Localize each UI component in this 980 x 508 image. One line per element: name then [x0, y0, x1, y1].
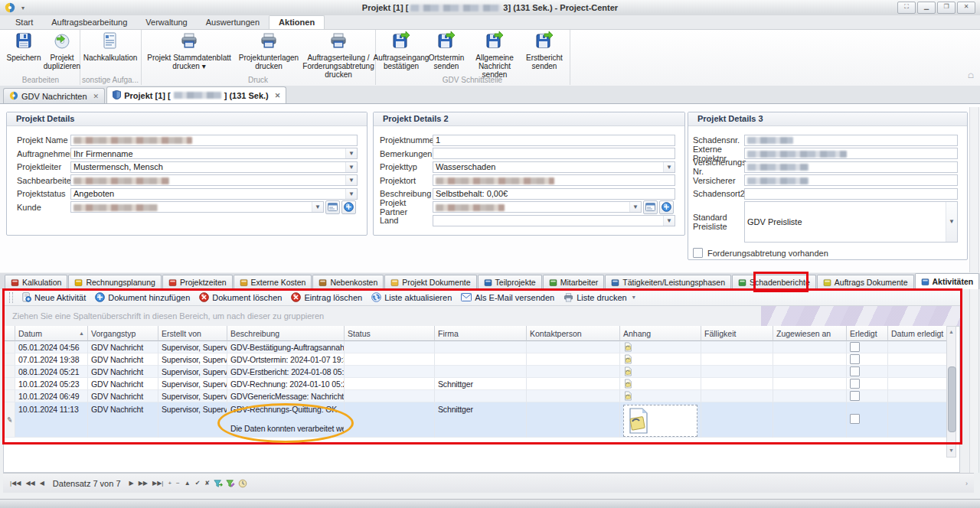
ribbon-button[interactable]: Nachkalkulation — [81, 31, 139, 76]
restore-button[interactable]: ❐ — [937, 2, 956, 14]
column-header-erledigt[interactable]: Erledigt — [847, 326, 888, 341]
chevron-down-icon[interactable]: ▼ — [946, 202, 957, 242]
add-record-button[interactable] — [659, 200, 674, 214]
toolbar-button-liste-aktualisieren[interactable]: Liste aktualisieren — [368, 291, 456, 303]
field-input-projekt-partner[interactable]: ▼ — [433, 201, 642, 213]
table-row[interactable]: 10.01.2024 06:49GDV NachrichtSupervisor,… — [5, 390, 948, 402]
bottom-tab-t-tigkeiten-leistungsphasen[interactable]: Tätigkeiten/Leistungsphasen — [605, 275, 731, 289]
ribbon-tab-verwaltung[interactable]: Verwaltung — [136, 16, 196, 29]
bottom-tab-projektzeiten[interactable]: Projektzeiten — [162, 275, 233, 289]
chevron-down-icon[interactable]: ▼ — [345, 162, 357, 172]
chevron-down-icon[interactable]: ▾ — [632, 294, 635, 301]
ribbon-tab-auftragsbearbeitung[interactable]: Auftragsbearbeitung — [42, 16, 136, 29]
add-record-button[interactable] — [341, 200, 356, 214]
nav-button[interactable]: ▶▶| — [150, 478, 165, 488]
toolbar-button-dokument-l-schen[interactable]: Dokument löschen — [195, 291, 286, 303]
column-header-zugewiesen-an[interactable]: Zugewiesen an — [773, 326, 847, 341]
grid-vertical-scrollbar[interactable]: ▲▼ — [946, 326, 956, 458]
bottom-tab-kalkulation[interactable]: Kalkulation — [5, 275, 67, 289]
chevron-down-icon[interactable]: ▼ — [663, 162, 675, 172]
ribbon-button[interactable]: Speichern — [5, 31, 43, 76]
column-header-firma[interactable]: Firma — [435, 326, 527, 341]
history-icon[interactable] — [238, 479, 247, 488]
erledigt-checkbox[interactable] — [850, 379, 860, 389]
field-input-versicherer[interactable] — [744, 174, 958, 186]
field-input-kunde[interactable]: ▼ — [70, 201, 324, 213]
table-row[interactable]: 08.01.2024 05:21GDV NachrichtSupervisor,… — [5, 366, 948, 378]
nav-button[interactable]: ✘ — [202, 478, 212, 488]
minimize-button[interactable]: ▁ — [917, 2, 936, 14]
nav-scroll-right-icon[interactable]: › — [965, 480, 968, 487]
table-row[interactable]: 10.01.2024 05:23GDV NachrichtSupervisor,… — [5, 378, 948, 390]
ribbon-button[interactable]: Ortstermin senden — [426, 31, 467, 76]
column-header-kontaktperson[interactable]: Kontaktperson — [527, 326, 620, 341]
column-header-vorgangstyp[interactable]: Vorgangstyp — [88, 326, 158, 341]
group-by-area[interactable]: Ziehen Sie eine Spaltenüberschrift in di… — [3, 306, 960, 327]
fullscreen-button[interactable]: ⛶ — [897, 2, 916, 14]
filter-icon[interactable] — [214, 479, 223, 488]
chevron-down-icon[interactable]: ▼ — [629, 202, 641, 212]
field-input-beschreibung[interactable]: Selbstbehalt: 0,00€ — [433, 188, 675, 200]
forderungsabtretung-checkbox[interactable] — [693, 248, 703, 258]
scroll-down-icon[interactable]: ▼ — [949, 448, 954, 453]
nav-button[interactable]: + — [165, 478, 174, 488]
bottom-tab-nebenkosten[interactable]: Nebenkosten — [312, 275, 384, 289]
attachment-icon[interactable] — [623, 342, 632, 352]
table-row[interactable]: 05.01.2024 04:56GDV NachrichtSupervisor,… — [5, 341, 948, 353]
bottom-tab-auftrags-dokumente[interactable]: Auftrags Dokumente — [817, 275, 914, 289]
column-header-f-lligkeit[interactable]: Fälligkeit — [701, 326, 773, 341]
attachment-icon[interactable] — [623, 379, 632, 389]
field-input-projekttyp[interactable]: Wasserschaden▼ — [433, 161, 675, 173]
column-header-erstellt-von[interactable]: Erstellt von — [158, 326, 227, 341]
bottom-tab-rechnungsplanung[interactable]: Rechnungsplanung — [68, 275, 162, 289]
nav-prev-button[interactable]: ◀ — [38, 478, 47, 488]
nav-button[interactable]: ✔ — [193, 478, 203, 488]
close-tab-icon[interactable]: ✕ — [275, 92, 281, 99]
toolbar-button-als-e-mail-versenden[interactable]: Als E-Mail versenden — [457, 292, 558, 303]
field-input-projektstatus[interactable]: Angeboten▼ — [70, 188, 358, 200]
close-tab-icon[interactable]: ✕ — [93, 93, 100, 100]
chevron-down-icon[interactable]: ▼ — [345, 175, 357, 185]
toolbar-button-eintrag-l-schen[interactable]: Eintrag löschen — [287, 291, 366, 303]
lookup-open-button[interactable] — [325, 200, 340, 214]
ribbon-tab-auswertungen[interactable]: Auswertungen — [197, 16, 269, 29]
nav-button[interactable]: ▶▶ — [136, 478, 150, 488]
collapse-ribbon-icon[interactable]: ☖ — [968, 72, 974, 80]
toolbar-button-dokument-hinzuf-gen[interactable]: Dokument hinzufügen — [91, 291, 194, 303]
ribbon-tab-aktionen[interactable]: Aktionen — [269, 15, 325, 29]
attachment-icon[interactable] — [623, 391, 632, 401]
chevron-down-icon[interactable]: ▼ — [345, 148, 357, 158]
toolbar-drag-handle[interactable] — [9, 292, 13, 303]
scrollbar-thumb[interactable] — [948, 366, 956, 432]
column-header-datum[interactable]: Datum▲ — [15, 326, 88, 341]
field-input-projektort[interactable] — [433, 174, 675, 186]
bottom-tab-mitarbeiter[interactable]: Mitarbeiter — [543, 275, 605, 289]
bottom-tab-externe-kosten[interactable]: Externe Kosten — [234, 275, 312, 289]
bottom-tab-projekt-dokumente[interactable]: Projekt Dokumente — [384, 275, 476, 289]
ribbon-button[interactable]: Auftragserteilung / Forderungsabtretung … — [303, 31, 374, 76]
toolbar-button-liste-drucken[interactable]: Liste drucken▾ — [560, 292, 639, 303]
document-tab-projekt[interactable]: Projekt [1] [] (131 Sek.)✕ — [106, 86, 286, 103]
chevron-down-icon[interactable]: ▼ — [345, 189, 357, 199]
field-input-projektnummer[interactable]: 1 — [433, 135, 675, 146]
field-input-schadensnr-[interactable] — [744, 135, 958, 146]
field-input-externe-projektnr-[interactable] — [744, 148, 958, 159]
erledigt-checkbox[interactable] — [850, 354, 860, 364]
page-scrollbar[interactable] — [969, 107, 979, 473]
erledigt-checkbox[interactable] — [850, 342, 860, 352]
scroll-up-icon[interactable]: ▲ — [949, 329, 954, 334]
field-input-standard-preisliste[interactable]: GDV Preisliste▼ — [744, 201, 958, 243]
field-input-versicherungs-nr-[interactable] — [744, 161, 958, 173]
bottom-tab-teilprojekte[interactable]: Teilprojekte — [478, 275, 542, 289]
nav-button[interactable]: ▶ — [127, 478, 136, 488]
toolbar-button-neue-aktivit-t[interactable]: Neue Aktivität — [18, 291, 90, 303]
ribbon-button[interactable]: Projekt Stammdatenblatt drucken ▾ — [144, 31, 234, 76]
ribbon-tab-start[interactable]: Start — [6, 16, 42, 29]
field-input-land[interactable]: ▼ — [433, 215, 675, 226]
column-header-status[interactable]: Status — [345, 326, 435, 341]
close-button[interactable]: ✕ — [957, 2, 975, 14]
bottom-tab-schadenberichte[interactable]: Schadenberichte — [732, 275, 816, 289]
lookup-open-button[interactable] — [643, 200, 658, 214]
ribbon-button[interactable]: Projekt duplizieren — [43, 31, 81, 76]
table-row-selected[interactable]: ✎10.01.2024 11:13GDV NachrichtSupervisor… — [5, 402, 948, 438]
